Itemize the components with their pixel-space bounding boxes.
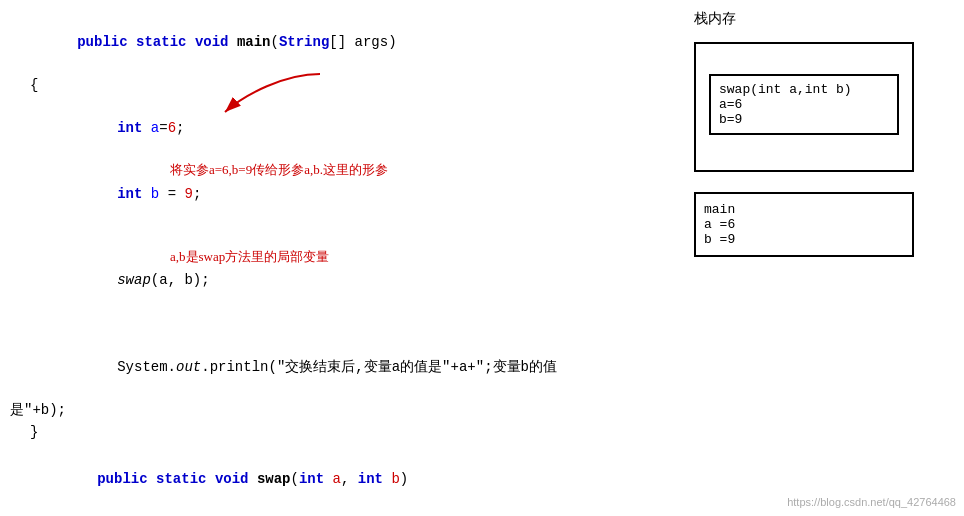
annotation-1b: a,b是swap方法里的局部变量 [170, 247, 329, 267]
code-line-7: } [10, 422, 684, 444]
main-stack-box: main a =6 b =9 [694, 192, 914, 257]
code-line-3: int a=6; [10, 97, 684, 162]
code-line-2: { [10, 75, 684, 97]
code-line-4: int b = 9; 将实参a=6,b=9传给形参a,b.这里的形参 [10, 162, 684, 249]
main-box-line1: a =6 [704, 217, 904, 232]
code-line-6b: 是"+b); [10, 400, 684, 422]
code-line-6: System.out.println("交换结束后,变量a的值是"+a+";变量… [10, 335, 684, 400]
swap-stack-box: swap(int a,int b) a=6 b=9 [709, 74, 899, 135]
watermark: https://blog.csdn.net/qq_42764468 [787, 496, 956, 508]
swap-box-line1: a=6 [719, 97, 889, 112]
code-line-8: public static void swap(int a, int b) [10, 448, 684, 513]
stack-outer-box: swap(int a,int b) a=6 b=9 [694, 42, 914, 172]
main-box-line2: b =9 [704, 232, 904, 247]
swap-box-line2: b=9 [719, 112, 889, 127]
stack-memory-title: 栈内存 [694, 10, 954, 28]
code-line-1: public static void main(String[] args) [10, 10, 684, 75]
code-line-5: swap(a, b); a,b是swap方法里的局部变量 [10, 249, 684, 336]
main-box-title: main [704, 202, 904, 217]
swap-box-title: swap(int a,int b) [719, 82, 889, 97]
annotation-1: 将实参a=6,b=9传给形参a,b.这里的形参 [170, 160, 388, 180]
